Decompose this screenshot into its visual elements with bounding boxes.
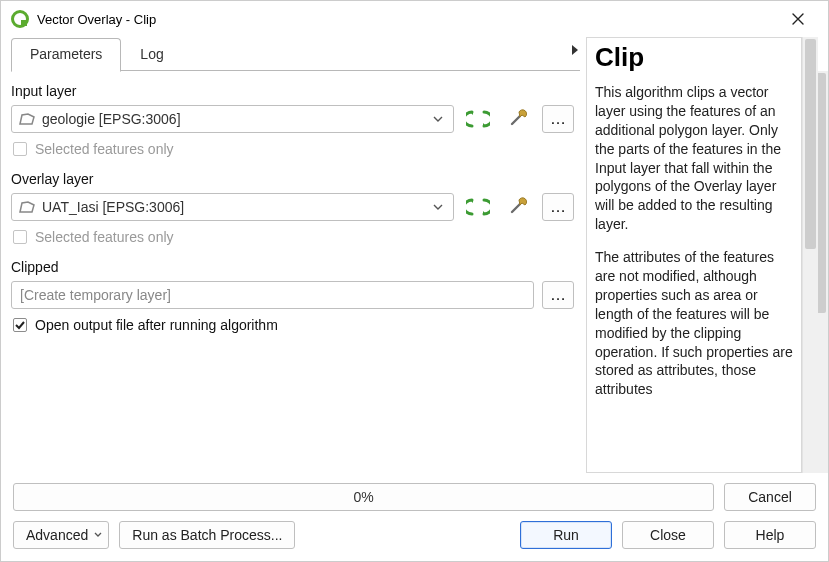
overlay-layer-value: UAT_Iasi [EPSG:3006] bbox=[42, 199, 429, 215]
titlebar: Vector Overlay - Clip bbox=[1, 1, 828, 37]
run-batch-button[interactable]: Run as Batch Process... bbox=[119, 521, 295, 549]
input-layer-value: geologie [EPSG:3006] bbox=[42, 111, 429, 127]
footer: 0% Cancel Advanced Run as Batch Process.… bbox=[1, 473, 828, 561]
polygon-icon bbox=[18, 112, 36, 126]
input-layer-label: Input layer bbox=[11, 83, 574, 99]
dropdown-icon bbox=[429, 116, 447, 122]
overlay-settings-button[interactable] bbox=[502, 193, 534, 221]
polygon-icon bbox=[18, 200, 36, 214]
open-output-label: Open output file after running algorithm bbox=[35, 317, 278, 333]
output-browse-button[interactable]: … bbox=[542, 281, 574, 309]
help-scrollbar[interactable] bbox=[802, 37, 818, 473]
input-layer-combo[interactable]: geologie [EPSG:3006] bbox=[11, 105, 454, 133]
qgis-icon bbox=[11, 10, 29, 28]
window-title: Vector Overlay - Clip bbox=[37, 12, 778, 27]
input-browse-button[interactable]: … bbox=[542, 105, 574, 133]
tab-log[interactable]: Log bbox=[121, 38, 182, 72]
output-path-input[interactable]: [Create temporary layer] bbox=[11, 281, 534, 309]
cancel-button[interactable]: Cancel bbox=[724, 483, 816, 511]
overlay-browse-button[interactable]: … bbox=[542, 193, 574, 221]
help-paragraph: The attributes of the features are not m… bbox=[595, 248, 793, 399]
advanced-label: Advanced bbox=[26, 527, 88, 543]
reload-input-button[interactable] bbox=[462, 105, 494, 133]
input-selected-only-label: Selected features only bbox=[35, 141, 174, 157]
svg-rect-1 bbox=[21, 20, 27, 26]
run-button[interactable]: Run bbox=[520, 521, 612, 549]
reload-overlay-button[interactable] bbox=[462, 193, 494, 221]
chevron-down-icon bbox=[94, 532, 102, 538]
dropdown-icon bbox=[429, 204, 447, 210]
clipped-output-label: Clipped bbox=[11, 259, 574, 275]
overlay-selected-only-checkbox bbox=[13, 230, 27, 244]
overlay-selected-only-label: Selected features only bbox=[35, 229, 174, 245]
close-button[interactable] bbox=[778, 1, 818, 37]
close-dialog-button[interactable]: Close bbox=[622, 521, 714, 549]
advanced-button[interactable]: Advanced bbox=[13, 521, 109, 549]
help-title: Clip bbox=[595, 42, 793, 73]
open-output-checkbox[interactable] bbox=[13, 318, 27, 332]
parameters-pane: Parameters Log Input layer geologie [EPS… bbox=[11, 37, 580, 473]
tab-parameters[interactable]: Parameters bbox=[11, 38, 121, 72]
progress-bar: 0% bbox=[13, 483, 714, 511]
tab-bar: Parameters Log bbox=[11, 37, 580, 71]
help-panel: Clip This algorithm clips a vector layer… bbox=[586, 37, 802, 473]
collapse-help-icon[interactable] bbox=[570, 43, 580, 57]
overlay-layer-combo[interactable]: UAT_Iasi [EPSG:3006] bbox=[11, 193, 454, 221]
input-selected-only-checkbox bbox=[13, 142, 27, 156]
input-settings-button[interactable] bbox=[502, 105, 534, 133]
help-paragraph: This algorithm clips a vector layer usin… bbox=[595, 83, 793, 234]
overlay-layer-label: Overlay layer bbox=[11, 171, 574, 187]
help-button[interactable]: Help bbox=[724, 521, 816, 549]
